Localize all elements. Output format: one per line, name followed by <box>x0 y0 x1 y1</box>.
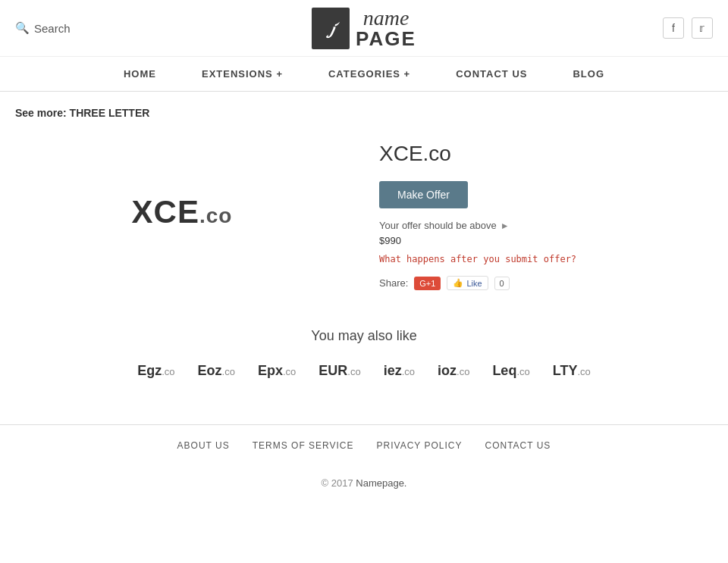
facebook-icon[interactable]: f <box>663 17 684 39</box>
main-nav: HOME EXTENSIONS + CATEGORIES + CONTACT U… <box>0 57 728 92</box>
domain-tld: .co <box>162 366 174 377</box>
logo-text: name PAGE <box>356 8 416 48</box>
domain-item[interactable]: Eoz.co <box>198 363 235 379</box>
domain-name: ioz <box>438 363 457 378</box>
search-icon: 🔍 <box>15 21 30 35</box>
see-more-label: See more: <box>15 107 67 119</box>
offer-arrow-icon: ► <box>500 221 510 231</box>
domain-tld: .co <box>516 366 529 377</box>
product-title: XCE.co <box>379 142 713 166</box>
nav-contact[interactable]: CONTACT US <box>448 57 535 91</box>
domain-name: Egz <box>137 363 162 378</box>
domain-tld: .co <box>577 366 590 377</box>
also-like-section: You may also like Egz.coEoz.coEpx.coEUR.… <box>15 328 713 379</box>
google-plus-button[interactable]: G+1 <box>414 277 441 290</box>
domain-item[interactable]: Egz.co <box>137 363 174 379</box>
twitter-icon[interactable]: 𝕣 <box>692 17 713 39</box>
product-logo-name: XCE <box>132 194 199 230</box>
domain-name: Leq <box>492 363 516 378</box>
fb-count: 0 <box>494 277 510 290</box>
product-area: XCE.co XCE.co Make Offer Your offer shou… <box>15 134 713 290</box>
search-label: Search <box>34 22 71 35</box>
domain-tld: .co <box>457 366 469 377</box>
product-details: XCE.co Make Offer Your offer should be a… <box>379 134 713 290</box>
social-links: f 𝕣 <box>622 17 713 39</box>
nav-blog[interactable]: BLOG <box>565 57 612 91</box>
product-logo-tld: .co <box>199 204 232 227</box>
domain-name: EUR <box>318 363 347 378</box>
footer-link[interactable]: CONTACT US <box>485 440 551 451</box>
footer-link[interactable]: PRIVACY POLICY <box>377 440 463 451</box>
search-button[interactable]: 🔍 Search <box>15 21 106 35</box>
domain-name: iez <box>384 363 402 378</box>
offer-link[interactable]: What happens after you submit offer? <box>379 254 713 264</box>
product-image: XCE.co <box>15 134 349 290</box>
share-row: Share: G+1 👍 Like 0 <box>379 276 713 290</box>
domain-item[interactable]: EUR.co <box>318 363 360 379</box>
footer-brand[interactable]: Namepage. <box>356 477 406 489</box>
offer-info-text: Your offer should be above <box>379 220 497 231</box>
domain-item[interactable]: Leq.co <box>492 363 529 379</box>
product-logo: XCE.co <box>132 194 233 230</box>
domain-item[interactable]: iez.co <box>384 363 415 379</box>
domain-item[interactable]: LTY.co <box>553 363 591 379</box>
domain-name: Epx <box>258 363 283 378</box>
nav-extensions[interactable]: EXTENSIONS + <box>194 57 290 91</box>
footer-links: ABOUT USTERMS OF SERVICEPRIVACY POLICYCO… <box>0 424 728 466</box>
domain-name: LTY <box>553 363 578 378</box>
logo-name: name <box>356 8 416 29</box>
domain-tld: .co <box>283 366 296 377</box>
logo-icon: 𝓳 <box>312 8 350 49</box>
make-offer-button[interactable]: Make Offer <box>379 181 468 208</box>
breadcrumb-category[interactable]: THREE LETTER <box>70 107 150 119</box>
breadcrumb: See more: THREE LETTER <box>15 107 713 119</box>
domain-tld: .co <box>402 366 415 377</box>
copyright-text: © 2017 <box>322 477 353 489</box>
offer-price: $990 <box>379 235 713 246</box>
domain-tld: .co <box>222 366 235 377</box>
also-like-title: You may also like <box>15 328 713 344</box>
offer-info: Your offer should be above ► <box>379 220 713 231</box>
footer-link[interactable]: ABOUT US <box>177 440 230 451</box>
fb-like-label: Like <box>466 279 482 288</box>
header: 🔍 Search 𝓳 name PAGE f 𝕣 <box>0 0 728 57</box>
facebook-like-button[interactable]: 👍 Like <box>447 276 488 290</box>
nav-home[interactable]: HOME <box>116 57 164 91</box>
domain-tld: .co <box>347 366 360 377</box>
share-label: Share: <box>379 277 408 289</box>
domain-item[interactable]: ioz.co <box>438 363 469 379</box>
fb-thumb-icon: 👍 <box>453 278 463 288</box>
main-content: See more: THREE LETTER XCE.co XCE.co Mak… <box>0 92 728 394</box>
site-logo[interactable]: 𝓳 name PAGE <box>312 8 416 49</box>
domain-name: Eoz <box>198 363 222 378</box>
domain-item[interactable]: Epx.co <box>258 363 296 379</box>
nav-categories[interactable]: CATEGORIES + <box>321 57 418 91</box>
domain-list: Egz.coEoz.coEpx.coEUR.coiez.coioz.coLeq.… <box>15 363 713 379</box>
logo-page: PAGE <box>356 29 416 48</box>
footer-copyright: © 2017 Namepage. <box>0 466 728 500</box>
footer-link[interactable]: TERMS OF SERVICE <box>253 440 354 451</box>
